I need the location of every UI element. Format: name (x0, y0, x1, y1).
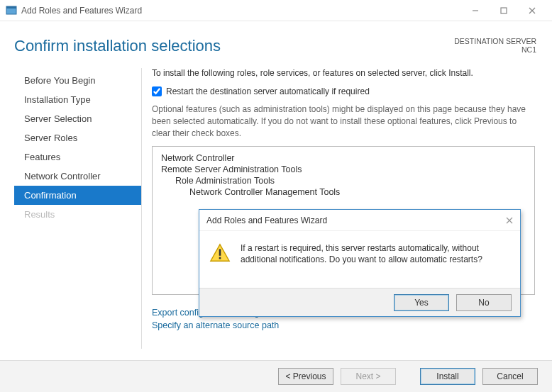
next-button: Next > (341, 368, 396, 385)
window-titlebar: Add Roles and Features Wizard (0, 0, 552, 21)
svg-rect-3 (501, 8, 507, 13)
sidebar-item-server-roles[interactable]: Server Roles (14, 128, 141, 147)
cancel-button[interactable]: Cancel (482, 368, 538, 385)
svg-rect-1 (6, 6, 16, 9)
restart-checkbox[interactable] (152, 86, 162, 96)
dialog-close-button[interactable] (506, 215, 513, 226)
sidebar-item-installation-type[interactable]: Installation Type (14, 90, 141, 109)
app-icon (6, 5, 17, 16)
list-item: Network Controller Management Tools (161, 186, 526, 198)
previous-button[interactable]: < Previous (278, 368, 333, 385)
destination-label: DESTINATION SERVER (454, 37, 536, 45)
dialog-yes-label: Yes (414, 298, 429, 308)
next-button-label: Next > (355, 371, 380, 381)
close-button[interactable] (518, 1, 546, 21)
sidebar-item-server-selection[interactable]: Server Selection (14, 109, 141, 128)
sidebar-item-features[interactable]: Features (14, 147, 141, 167)
previous-button-label: < Previous (285, 371, 326, 381)
cancel-button-label: Cancel (497, 371, 523, 381)
svg-rect-10 (219, 257, 221, 259)
dialog-title: Add Roles and Features Wizard (206, 215, 327, 225)
alternate-source-link[interactable]: Specify an alternate source path (152, 319, 535, 332)
list-item: Network Controller (161, 152, 526, 164)
sidebar-item-before-you-begin[interactable]: Before You Begin (14, 71, 141, 90)
sidebar-item-confirmation[interactable]: Confirmation (14, 186, 141, 205)
dialog-message: If a restart is required, this server re… (241, 242, 510, 265)
destination-server-label: DESTINATION SERVER NC1 (454, 37, 536, 54)
destination-server-name: NC1 (454, 45, 536, 54)
install-button-label: Install (436, 371, 458, 381)
list-item: Remote Server Administration Tools (161, 164, 526, 175)
sidebar-item-results: Results (14, 205, 141, 224)
dialog-yes-button[interactable]: Yes (394, 294, 449, 311)
restart-checkbox-label: Restart the destination server automatic… (166, 86, 370, 96)
optional-features-note: Optional features (such as administratio… (152, 103, 535, 139)
maximize-button[interactable] (490, 1, 518, 21)
window-title: Add Roles and Features Wizard (21, 6, 461, 16)
wizard-steps-sidebar: Before You Begin Installation Type Serve… (14, 68, 142, 349)
minimize-button[interactable] (461, 1, 490, 21)
sidebar-item-network-controller[interactable]: Network Controller (14, 167, 141, 186)
warning-icon (209, 242, 231, 264)
dialog-no-button[interactable]: No (456, 294, 512, 311)
svg-rect-9 (219, 249, 221, 255)
restart-confirm-dialog: Add Roles and Features Wizard If a resta… (199, 209, 521, 317)
list-item: Role Administration Tools (161, 175, 526, 186)
intro-text: To install the following roles, role ser… (152, 68, 535, 78)
install-button[interactable]: Install (420, 368, 475, 385)
wizard-footer: < Previous Next > Install Cancel (0, 360, 552, 392)
dialog-no-label: No (478, 298, 489, 308)
